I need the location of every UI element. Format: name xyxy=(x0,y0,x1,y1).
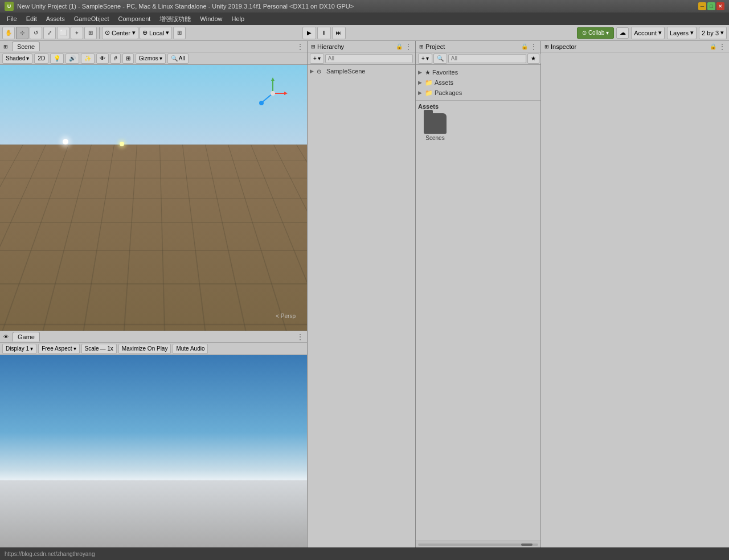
inspector-lock-icon[interactable]: 🔒 xyxy=(710,43,716,50)
scene-panel-menu[interactable]: ⋮ xyxy=(297,43,304,51)
hierarchy-lock-icon[interactable]: 🔒 xyxy=(396,43,403,50)
game-tab[interactable]: Game xyxy=(13,332,40,341)
hierarchy-panel: ⊞ Hierarchy 🔒 ⋮ + ▾ ▶ ⊙ SampleScene xyxy=(308,41,416,547)
tree-favorites[interactable]: ▶ ★ Favorites xyxy=(416,67,540,77)
minimize-button[interactable]: ─ xyxy=(698,2,706,10)
tool-scale[interactable]: ⤢ xyxy=(43,27,56,39)
account-dropdown[interactable]: Account ▾ xyxy=(631,27,665,39)
scene-effects-btn[interactable]: ✨ xyxy=(81,53,95,64)
create-label: + xyxy=(421,55,425,61)
collab-chevron: ▾ xyxy=(606,30,609,36)
project-lock-icon[interactable]: 🔒 xyxy=(521,43,528,50)
scale-control[interactable]: Scale — 1x xyxy=(81,344,117,354)
inspector-menu[interactable]: ⋮ xyxy=(719,43,726,51)
snap-btn[interactable]: ⊞ xyxy=(173,27,186,39)
tool-hand[interactable]: ✋ xyxy=(2,27,15,39)
tree-assets[interactable]: ▶ 📁 Assets xyxy=(416,77,540,88)
shading-dropdown[interactable]: Shaded ▾ xyxy=(2,53,32,64)
menu-window[interactable]: Window xyxy=(195,14,227,23)
project-search-input[interactable] xyxy=(448,54,526,63)
scene-tab[interactable]: Scene xyxy=(12,42,40,51)
create-chevron: ▾ xyxy=(426,55,429,61)
menu-file[interactable]: File xyxy=(2,14,22,23)
collab-icon: ⊙ xyxy=(582,30,587,36)
display-label: Display 1 xyxy=(6,345,29,352)
tool-rect[interactable]: ⬜ xyxy=(57,27,69,39)
play-button[interactable]: ▶ xyxy=(302,27,316,39)
game-panel-menu[interactable]: ⋮ xyxy=(297,333,304,341)
aspect-dropdown[interactable]: Free Aspect ▾ xyxy=(38,344,79,354)
project-search-btn[interactable]: 🔍 xyxy=(433,53,447,64)
inspector-content xyxy=(541,52,729,547)
gizmos-dropdown[interactable]: Gizmos ▾ xyxy=(136,53,166,64)
space-dropdown[interactable]: ⊕ Local ▾ xyxy=(140,27,172,39)
2d-button[interactable]: 2D xyxy=(34,53,48,64)
project-panel: ⊞ Project 🔒 ⋮ + ▾ 🔍 ★ ⊞ ⊟ ▶ ★ Favor xyxy=(416,41,541,547)
maximize-button[interactable]: □ xyxy=(707,2,715,10)
pause-button[interactable]: ⏸ xyxy=(317,27,331,39)
scene-snap-btn[interactable]: ⊞ xyxy=(122,53,134,64)
project-star-btn[interactable]: ★ xyxy=(527,53,539,64)
project-icon: ⊞ xyxy=(419,44,424,50)
layers-dropdown[interactable]: Layers ▾ xyxy=(667,27,697,39)
title-bar: U New Unity Project (1) - SampleScene - … xyxy=(0,0,729,13)
menu-edit[interactable]: Edit xyxy=(22,14,42,23)
menu-assets[interactable]: Assets xyxy=(42,14,69,23)
mute-audio[interactable]: Mute Audio xyxy=(173,344,208,354)
assets-area-label: Assets xyxy=(418,103,538,110)
cloud-button[interactable]: ☁ xyxy=(616,27,629,39)
close-button[interactable]: ✕ xyxy=(716,2,724,10)
gizmo-widget[interactable] xyxy=(256,76,290,110)
toolbar-separator-1 xyxy=(99,27,100,39)
scenes-asset-item[interactable]: Scenes xyxy=(418,113,452,141)
tool-rotate[interactable]: ↺ xyxy=(30,27,42,39)
project-header: ⊞ Project 🔒 ⋮ xyxy=(416,41,540,52)
space-chevron: ▾ xyxy=(166,29,169,36)
scene-light-btn[interactable]: 💡 xyxy=(50,53,64,64)
mute-label: Mute Audio xyxy=(176,345,204,352)
menu-gameobject[interactable]: GameObject xyxy=(69,14,114,23)
game-panel: 👁 Game ⋮ Display 1 ▾ Free Aspect ▾ Scale… xyxy=(0,331,307,547)
project-menu[interactable]: ⋮ xyxy=(530,43,537,51)
menu-help[interactable]: Help xyxy=(227,14,249,23)
menu-component[interactable]: Component xyxy=(113,14,155,23)
scene-search-btn[interactable]: 🔍 All xyxy=(167,53,189,64)
persp-label: < Persp xyxy=(276,313,296,319)
layout-dropdown[interactable]: 2 by 3 ▾ xyxy=(699,27,727,39)
scene-light-1 xyxy=(63,139,68,145)
tree-packages[interactable]: ▶ 📁 Packages xyxy=(416,88,540,98)
scene-icon: ⊙ xyxy=(317,68,325,75)
scene-hidden-btn[interactable]: 👁 xyxy=(96,53,109,64)
scrollbar-thumb[interactable] xyxy=(521,543,533,546)
display-dropdown[interactable]: Display 1 ▾ xyxy=(2,344,36,354)
inspector-header: ⊞ Inspector 🔒 ⋮ xyxy=(541,41,729,52)
svg-marker-3 xyxy=(284,92,288,95)
collab-button[interactable]: ⊙ Collab ▾ xyxy=(577,27,614,39)
tool-move[interactable]: ⊹ xyxy=(16,27,28,39)
scene-grid-btn[interactable]: # xyxy=(110,53,121,64)
scenes-folder-icon xyxy=(424,113,447,134)
aspect-chevron: ▾ xyxy=(73,345,76,352)
project-tree: ▶ ★ Favorites ▶ 📁 Assets ▶ 📁 Packages xyxy=(416,65,540,101)
hierarchy-toolbar: + ▾ xyxy=(308,52,415,65)
hierarchy-search-input[interactable] xyxy=(325,54,413,63)
tool-extra[interactable]: ⊞ xyxy=(84,27,97,39)
hierarchy-menu[interactable]: ⋮ xyxy=(405,43,412,51)
scene-background: < Persp xyxy=(0,65,307,331)
project-scrollbar xyxy=(416,541,540,547)
inspector-header-icons: 🔒 ⋮ xyxy=(707,43,726,51)
hierarchy-add-btn[interactable]: + ▾ xyxy=(310,53,324,64)
menu-enhanced[interactable]: 增强版功能 xyxy=(155,14,195,24)
aspect-label: Free Aspect xyxy=(42,345,72,352)
hierarchy-title: Hierarchy xyxy=(317,43,344,50)
project-create-btn[interactable]: + ▾ xyxy=(418,53,432,64)
pivot-dropdown[interactable]: ⊙ Center ▾ xyxy=(102,27,138,39)
tool-transform[interactable]: ⌖ xyxy=(71,27,83,39)
hierarchy-scene-item[interactable]: ▶ ⊙ SampleScene xyxy=(308,66,415,76)
maximize-on-play[interactable]: Maximize On Play xyxy=(118,344,171,354)
scene-audio-btn[interactable]: 🔊 xyxy=(65,53,79,64)
scene-all-label: All xyxy=(179,55,185,61)
step-button[interactable]: ⏭ xyxy=(332,27,346,39)
pivot-label: Center xyxy=(112,30,130,36)
status-url: https://blog.csdn.net/zhangthroyang xyxy=(5,551,95,557)
